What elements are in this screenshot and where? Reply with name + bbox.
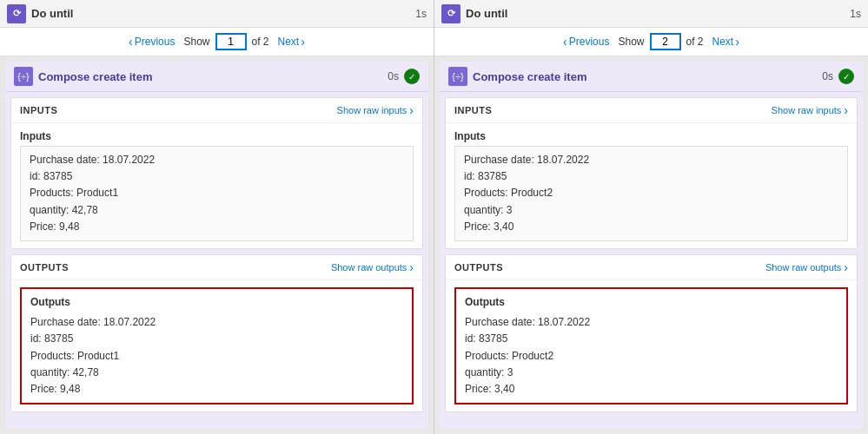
panel-1-title: Do until: [31, 7, 73, 20]
panel-2-of-label: of 2: [686, 36, 704, 48]
panel-1-outputs-section: OUTPUTS Show raw outputs Outputs Purchas…: [10, 254, 423, 412]
panel-1-show-raw-outputs-text: Show raw outputs: [331, 262, 407, 273]
panel-2-input-row-0: Purchase date: 18.07.2022: [464, 152, 838, 168]
panel-2-output-row-1: id: 83785: [465, 331, 838, 347]
panel-2-compose-title: Compose create item: [473, 70, 817, 83]
panel-1-inputs-data: Purchase date: 18.07.2022 id: 83785 Prod…: [20, 146, 414, 241]
panel-2-previous-label: Previous: [569, 36, 610, 48]
panel-1-outputs-content: Outputs Purchase date: 18.07.2022 id: 83…: [11, 280, 422, 411]
chevron-right-icon-2: [735, 35, 739, 49]
panel-1-inputs-header: INPUTS Show raw inputs: [11, 98, 422, 123]
panel-1-outputs-label: OUTPUTS: [20, 262, 69, 273]
panel-1-inputs-label: INPUTS: [20, 105, 57, 115]
panel-1-next-button[interactable]: Next: [275, 33, 308, 50]
panel-2-compose-block: {÷} Compose create item 0s ✓ INPUTS Show…: [440, 62, 863, 429]
panel-1-header: ⟳ Do until 1s: [0, 0, 434, 28]
panel-2-nav: Previous Show of 2 Next: [434, 28, 868, 56]
panel-1-input-row-4: Price: 9,48: [30, 219, 404, 235]
panel-1-input-row-2: Products: Product1: [30, 185, 404, 201]
panel-2-compose-body: INPUTS Show raw inputs Inputs Purchase d…: [440, 92, 863, 429]
panel-2-show-raw-outputs-button[interactable]: Show raw outputs: [765, 260, 848, 274]
panel-2-previous-button[interactable]: Previous: [560, 33, 613, 50]
panel-1-of-label: of 2: [252, 36, 269, 48]
panel-2-show-raw-outputs-text: Show raw outputs: [765, 262, 841, 273]
panel-1-previous-label: Previous: [135, 36, 176, 48]
panel-2-input-row-2: Products: Product2: [464, 185, 838, 201]
panel-2-inputs-section: INPUTS Show raw inputs Inputs Purchase d…: [445, 97, 858, 249]
panel-2-output-row-3: quantity: 3: [465, 365, 838, 381]
chevron-left-icon-1: [129, 35, 133, 49]
panel-1-compose-title: Compose create item: [38, 70, 382, 83]
panel-1-inputs-section: INPUTS Show raw inputs Inputs Purchase d…: [10, 97, 423, 249]
panel-1-show-raw-inputs-button[interactable]: Show raw inputs: [337, 103, 414, 117]
chevron-left-icon-2: [563, 35, 567, 49]
panel-1-output-row-2: Products: Product1: [30, 348, 403, 365]
arrow-right-icon-inputs-2: [844, 103, 848, 117]
panel-1-output-row-1: id: 83785: [30, 331, 403, 347]
panel-2-outputs-label: OUTPUTS: [454, 262, 503, 273]
panel-1-title-group: ⟳ Do until: [7, 4, 73, 23]
panel-1-next-label: Next: [278, 36, 300, 48]
panel-2-show-raw-inputs-text: Show raw inputs: [772, 105, 842, 115]
panel-2-output-row-0: Purchase date: 18.07.2022: [465, 314, 838, 331]
panel-2-output-row-2: Products: Product2: [465, 348, 838, 365]
panel-1-output-row-0: Purchase date: 18.07.2022: [30, 314, 403, 331]
panel-1-output-title: Outputs: [30, 294, 403, 311]
panel-2-page-input[interactable]: [650, 33, 681, 50]
panel-2-inputs-data: Purchase date: 18.07.2022 id: 83785 Prod…: [454, 146, 848, 241]
panel-1-show-raw-outputs-button[interactable]: Show raw outputs: [331, 260, 414, 274]
panel-2-time: 1s: [850, 8, 861, 20]
panel-2-title: Do until: [466, 7, 507, 20]
arrow-right-icon-inputs-1: [409, 103, 414, 117]
panel-2-outputs-content: Outputs Purchase date: 18.07.2022 id: 83…: [446, 280, 857, 411]
chevron-right-icon-1: [301, 35, 305, 49]
panel-1-output-row-4: Price: 9,48: [30, 381, 403, 398]
panel-1-nav: Previous Show of 2 Next: [0, 28, 434, 56]
panel-2-compose-time: 0s: [822, 70, 833, 82]
panel-1-time: 1s: [415, 8, 427, 20]
panel-2-inputs-content: Inputs Purchase date: 18.07.2022 id: 837…: [446, 123, 857, 248]
panel-1-previous-button[interactable]: Previous: [125, 33, 178, 50]
arrow-right-icon-outputs-2: [844, 260, 848, 274]
panel-1: ⟳ Do until 1s Previous Show of 2 Next {÷…: [0, 0, 434, 434]
panel-1-show-raw-inputs-text: Show raw inputs: [337, 105, 407, 115]
panel-1-outputs-data: Outputs Purchase date: 18.07.2022 id: 83…: [20, 287, 414, 404]
panel-1-compose-body: INPUTS Show raw inputs Inputs Purchase d…: [5, 92, 428, 429]
panel-1-compose-time: 0s: [388, 70, 399, 82]
panel-1-outputs-header: OUTPUTS Show raw outputs: [11, 255, 422, 280]
panel-2-inputs-header: INPUTS Show raw inputs: [446, 98, 857, 123]
panel-2-show-label: Show: [618, 36, 644, 48]
panel-2-next-button[interactable]: Next: [709, 33, 743, 50]
panel-2-outputs-data: Outputs Purchase date: 18.07.2022 id: 83…: [454, 287, 848, 404]
panel-2-status-badge: ✓: [838, 69, 854, 84]
panel-1-input-row-0: Purchase date: 18.07.2022: [30, 152, 404, 168]
panel-1-page-input[interactable]: [215, 33, 247, 50]
panel-2-input-row-3: quantity: 3: [464, 202, 838, 219]
panel-1-input-row-3: quantity: 42,78: [30, 202, 404, 219]
panel-1-show-label: Show: [183, 36, 209, 48]
loop-icon-2: ⟳: [441, 4, 461, 23]
page: ⟳ Do until 1s Previous Show of 2 Next {÷…: [0, 0, 868, 434]
panel-1-output-row-3: quantity: 42,78: [30, 365, 403, 381]
panel-2-output-row-4: Price: 3,40: [465, 381, 838, 398]
panel-2-header: ⟳ Do until 1s: [434, 0, 868, 28]
panel-2-input-row-1: id: 83785: [464, 168, 838, 185]
panel-1-compose-block: {÷} Compose create item 0s ✓ INPUTS Show…: [5, 62, 428, 429]
arrow-right-icon-outputs-1: [409, 260, 414, 274]
panel-1-input-row-1: id: 83785: [30, 168, 404, 185]
panel-2-title-group: ⟳ Do until: [441, 4, 507, 23]
panel-2-outputs-section: OUTPUTS Show raw outputs Outputs Purchas…: [445, 254, 858, 412]
panel-2-input-row-4: Price: 3,40: [464, 219, 838, 235]
panel-2-inputs-label: INPUTS: [454, 105, 492, 115]
panel-2-compose-header: {÷} Compose create item 0s ✓: [440, 62, 863, 92]
panel-2-show-raw-inputs-button[interactable]: Show raw inputs: [772, 103, 848, 117]
compose-icon-1: {÷}: [14, 67, 33, 86]
panel-2-next-label: Next: [712, 36, 734, 48]
panel-2: ⟳ Do until 1s Previous Show of 2 Next {÷…: [434, 0, 868, 434]
panel-2-inputs-sub-label: Inputs: [454, 130, 848, 142]
panel-1-inputs-sub-label: Inputs: [20, 130, 414, 142]
loop-icon-1: ⟳: [7, 4, 26, 23]
panel-1-status-badge: ✓: [404, 69, 420, 84]
panel-1-compose-header: {÷} Compose create item 0s ✓: [5, 62, 428, 92]
panel-2-outputs-header: OUTPUTS Show raw outputs: [446, 255, 857, 280]
